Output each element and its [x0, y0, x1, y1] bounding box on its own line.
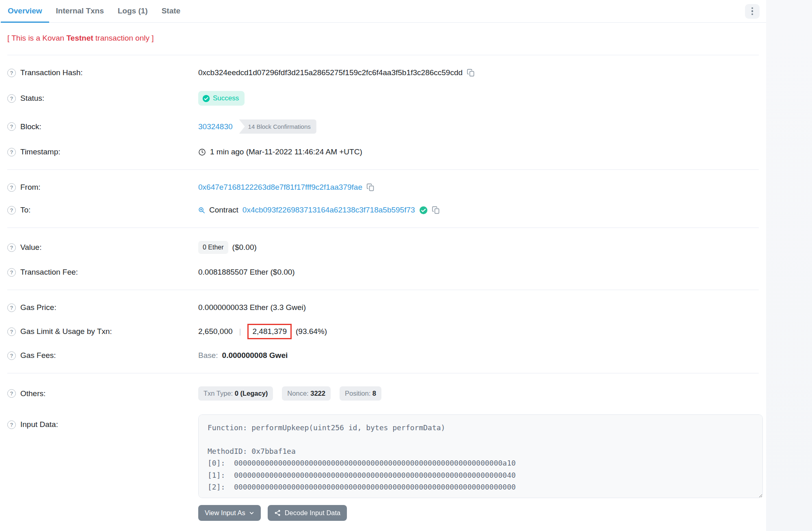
help-icon[interactable]: ?	[7, 389, 16, 398]
testnet-warning: [ This is a Kovan Testnet transaction on…	[7, 34, 759, 43]
help-icon[interactable]: ?	[7, 303, 16, 312]
group-others-input: ? Others: Txn Type: 0 (Legacy) Nonce: 32…	[7, 373, 759, 531]
decode-input-data-label: Decode Input Data	[285, 509, 341, 517]
row-value: ? Value: 0 Ether ($0.00)	[7, 234, 759, 261]
txn-type-key: Txn Type:	[204, 390, 235, 397]
transaction-hash-label: Transaction Hash:	[20, 68, 82, 77]
from-address-link[interactable]: 0x647e7168122263d8e7f81f17fff9c2f1aa379f…	[198, 183, 362, 192]
ether-value-badge: 0 Ether	[198, 241, 228, 254]
row-transaction-fee: ? Transaction Fee: 0.0081885507 Ether ($…	[7, 261, 759, 284]
tab-state[interactable]: State	[155, 0, 187, 23]
input-data-label: Input Data:	[20, 420, 58, 429]
timestamp-label: Timestamp:	[20, 147, 61, 156]
gas-fees-base-label: Base:	[198, 351, 218, 360]
gas-separator: |	[237, 327, 244, 336]
transaction-fee-label: Transaction Fee:	[20, 268, 78, 277]
help-icon[interactable]: ?	[7, 420, 16, 429]
kebab-dot	[751, 10, 754, 12]
view-input-as-label: View Input As	[205, 509, 245, 517]
group-overview-top: ? Transaction Hash: 0xcb324eedcd1d07296f…	[7, 55, 759, 170]
txn-type-badge: Txn Type: 0 (Legacy)	[198, 386, 273, 401]
row-input-data: ? Input Data: Function: performUpkeep(ui…	[7, 407, 759, 528]
row-block: ? Block: 30324830 14 Block Confirmations	[7, 113, 759, 141]
kebab-dot	[751, 7, 754, 9]
row-gas-limit-usage: ? Gas Limit & Usage by Txn: 2,650,000 | …	[7, 319, 759, 344]
page-background	[766, 0, 812, 531]
more-options-button[interactable]	[745, 4, 760, 19]
position-key: Position:	[345, 390, 372, 397]
nonce-badge: Nonce: 3222	[282, 386, 331, 401]
to-contract-word: Contract	[209, 206, 238, 215]
copy-icon[interactable]	[432, 206, 440, 214]
row-from: ? From: 0x647e7168122263d8e7f81f17fff9c2…	[7, 176, 759, 199]
copy-icon[interactable]	[366, 183, 375, 191]
value-label: Value:	[20, 243, 41, 252]
row-gas-fees: ? Gas Fees: Base: 0.000000008 Gwei	[7, 344, 759, 367]
row-transaction-hash: ? Transaction Hash: 0xcb324eedcd1d07296f…	[7, 61, 759, 84]
to-label: To:	[20, 206, 30, 215]
help-icon[interactable]: ?	[7, 351, 16, 360]
group-value-fee: ? Value: 0 Ether ($0.00) ? Transaction F…	[7, 228, 759, 290]
value-usd: ($0.00)	[232, 243, 257, 252]
gas-used-value: 2,481,379	[252, 327, 287, 336]
decode-icon	[274, 509, 281, 516]
to-address-link[interactable]: 0x4cb093f226983713164a62138c3f718a5b595f…	[243, 206, 415, 215]
help-icon[interactable]: ?	[7, 243, 16, 252]
input-data-textarea[interactable]: Function: performUpkeep(uint256 id, byte…	[198, 414, 763, 498]
gas-limit-usage-label: Gas Limit & Usage by Txn:	[20, 327, 112, 336]
decode-input-data-button[interactable]: Decode Input Data	[268, 505, 347, 521]
check-circle-icon	[202, 95, 210, 102]
view-input-as-button[interactable]: View Input As	[198, 505, 261, 521]
row-status: ? Status: Success	[7, 84, 759, 113]
row-to: ? To: Contract 0x4cb093f226983713164a621…	[7, 199, 759, 221]
timestamp-value: 1 min ago (Mar-11-2022 11:46:24 AM +UTC)	[210, 147, 362, 156]
gas-fees-base-value: 0.000000008 Gwei	[222, 351, 288, 360]
position-value: 8	[372, 390, 376, 397]
warning-suffix: transaction only ]	[93, 34, 154, 42]
gas-used-annotation-box: 2,481,379	[247, 324, 292, 339]
status-badge: Success	[198, 91, 245, 106]
clock-icon	[198, 148, 206, 156]
gas-price-value: 0.0000000033 Ether (3.3 Gwei)	[198, 303, 306, 312]
help-icon[interactable]: ?	[7, 268, 16, 277]
copy-icon[interactable]	[467, 69, 475, 77]
input-data-actions: View Input As Decode Input Data	[198, 505, 763, 521]
others-label: Others:	[20, 389, 45, 398]
tab-overview[interactable]: Overview	[1, 0, 49, 23]
gas-price-label: Gas Price:	[20, 303, 56, 312]
help-icon[interactable]: ?	[7, 148, 16, 156]
help-icon[interactable]: ?	[7, 327, 16, 336]
row-gas-price: ? Gas Price: 0.0000000033 Ether (3.3 Gwe…	[7, 296, 759, 319]
block-number-link[interactable]: 30324830	[198, 122, 233, 131]
gas-limit-value: 2,650,000	[198, 327, 233, 336]
help-icon[interactable]: ?	[7, 69, 16, 77]
group-addresses: ? From: 0x647e7168122263d8e7f81f17fff9c2…	[7, 170, 759, 228]
transaction-fee-value: 0.0081885507 Ether ($0.00)	[198, 268, 295, 277]
tab-internal-txns[interactable]: Internal Txns	[49, 0, 111, 23]
warning-prefix: [ This is a Kovan	[7, 34, 66, 42]
gas-used-percent: (93.64%)	[296, 327, 327, 336]
nonce-key: Nonce:	[287, 390, 310, 397]
help-icon[interactable]: ?	[7, 122, 16, 131]
txn-type-value: 0 (Legacy)	[235, 390, 268, 397]
magnifier-plus-icon[interactable]	[198, 207, 205, 214]
position-badge: Position: 8	[340, 386, 381, 401]
block-label: Block:	[20, 122, 41, 131]
status-label: Status:	[20, 94, 44, 103]
nonce-value: 3222	[310, 390, 325, 397]
help-icon[interactable]: ?	[7, 206, 16, 215]
gas-fees-label: Gas Fees:	[20, 351, 56, 360]
testnet-warning-section: [ This is a Kovan Testnet transaction on…	[7, 23, 759, 55]
transaction-card: Overview Internal Txns Logs (1) State [ …	[0, 0, 766, 531]
block-confirmations-badge: 14 Block Confirmations	[239, 119, 316, 134]
row-others: ? Others: Txn Type: 0 (Legacy) Nonce: 32…	[7, 379, 759, 407]
from-label: From:	[20, 183, 41, 192]
transaction-page: Overview Internal Txns Logs (1) State [ …	[0, 0, 812, 531]
chevron-down-icon	[249, 510, 254, 516]
help-icon[interactable]: ?	[7, 94, 16, 103]
tab-logs[interactable]: Logs (1)	[111, 0, 155, 23]
help-icon[interactable]: ?	[7, 183, 16, 192]
kebab-dot	[751, 13, 754, 15]
warning-network: Testnet	[66, 34, 93, 42]
group-gas: ? Gas Price: 0.0000000033 Ether (3.3 Gwe…	[7, 290, 759, 373]
